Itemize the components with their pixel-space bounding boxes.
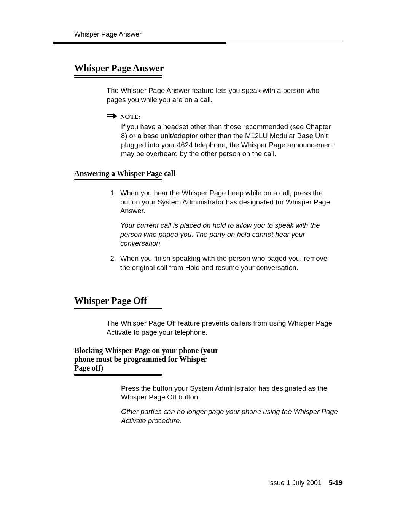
subheading-rule [74,179,162,182]
note-header: NOTE: [107,113,342,121]
step-text: When you hear the Whisper Page beep whil… [120,189,330,215]
footer-page-number: 5-19 [329,479,342,487]
section1-intro: The Whisper Page Answer feature lets you… [107,86,339,104]
header-rule [53,41,342,44]
step-result: Your current call is placed on hold to a… [120,221,339,248]
section2-step: Press the button your System Administrat… [121,384,339,402]
heading-whisper-page-off: Whisper Page Off [74,296,342,306]
footer-issue: Issue 1 July 2001 [268,479,322,487]
steps-list: When you hear the Whisper Page beep whil… [118,189,339,272]
step-text: When you finish speaking with the person… [120,254,327,272]
subheading-answering-call: Answering a Whisper Page call [74,169,342,178]
note-arrow-icon [107,113,117,121]
note-label: NOTE: [120,113,141,121]
list-item: When you hear the Whisper Page beep whil… [118,189,339,248]
note-body: If you have a headset other than those r… [121,122,339,158]
list-item: When you finish speaking with the person… [118,254,339,272]
page-footer: Issue 1 July 2001 5-19 [268,479,342,487]
content-frame: Whisper Page Answer Whisper Page Answer … [53,30,342,467]
subheading-blocking: Blocking Whisper Page on your phone (you… [74,346,219,372]
heading-whisper-page-answer: Whisper Page Answer [74,63,342,73]
running-header: Whisper Page Answer [74,30,342,38]
section2-result: Other parties can no longer page your ph… [121,407,339,425]
page: Whisper Page Answer Whisper Page Answer … [0,0,411,532]
svg-marker-3 [113,113,117,119]
section2-intro: The Whisper Page Off feature prevents ca… [107,319,339,337]
heading-rule [74,308,162,310]
heading-rule [74,75,162,78]
subheading-rule [74,374,162,376]
